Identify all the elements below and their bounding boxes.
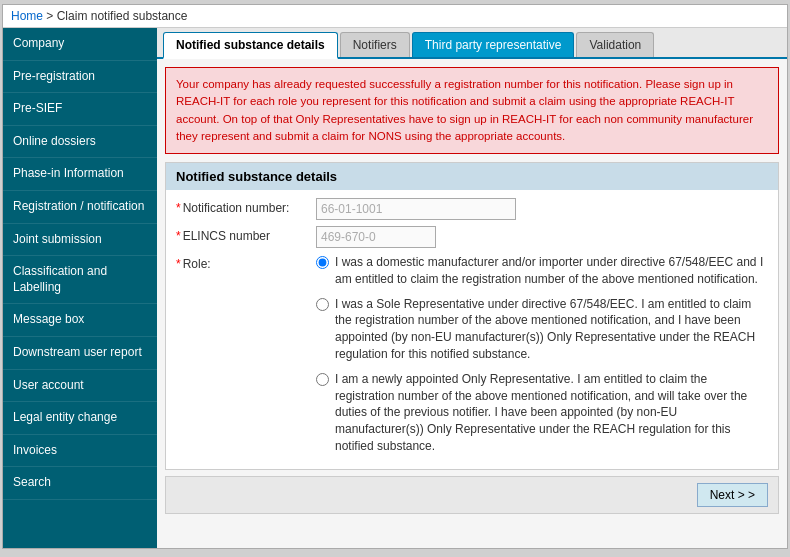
- tab-notifiers[interactable]: Notifiers: [340, 32, 410, 57]
- sidebar-item-downstream-user-report[interactable]: Downstream user report: [3, 337, 157, 370]
- sidebar-item-search[interactable]: Search: [3, 467, 157, 500]
- next-button[interactable]: Next > >: [697, 483, 768, 507]
- role-label: *Role:: [176, 254, 316, 271]
- sidebar-item-preregistration[interactable]: Pre-registration: [3, 61, 157, 94]
- role-radio-3[interactable]: [316, 373, 329, 386]
- role-row: *Role: I was a domestic manufacturer and…: [176, 254, 768, 455]
- sidebar-item-joint-submission[interactable]: Joint submission: [3, 224, 157, 257]
- footer-bar: Next > >: [165, 476, 779, 514]
- role-text-2: I was a Sole Representative under direct…: [335, 296, 768, 363]
- tab-third-party-representative[interactable]: Third party representative: [412, 32, 575, 57]
- role-text-1: I was a domestic manufacturer and/or imp…: [335, 254, 768, 288]
- role-option-3[interactable]: I am a newly appointed Only Representati…: [316, 371, 768, 455]
- notification-number-row: *Notification number:: [176, 198, 768, 220]
- sidebar-item-phase-in[interactable]: Phase-in Information: [3, 158, 157, 191]
- form-section-header: Notified substance details: [166, 163, 778, 190]
- notification-number-input[interactable]: [316, 198, 516, 220]
- role-option-2[interactable]: I was a Sole Representative under direct…: [316, 296, 768, 363]
- tab-notified-substance-details[interactable]: Notified substance details: [163, 32, 338, 59]
- role-option-1[interactable]: I was a domestic manufacturer and/or imp…: [316, 254, 768, 288]
- breadcrumb-home-link[interactable]: Home: [11, 9, 43, 23]
- content-area: Notified substance details Notifiers Thi…: [157, 28, 787, 548]
- required-star-role: *: [176, 257, 181, 271]
- elincs-number-row: *ELINCS number: [176, 226, 768, 248]
- elincs-number-label: *ELINCS number: [176, 226, 316, 243]
- breadcrumb-current: Claim notified substance: [57, 9, 188, 23]
- notification-number-label: *Notification number:: [176, 198, 316, 215]
- role-options: I was a domestic manufacturer and/or imp…: [316, 254, 768, 455]
- role-radio-1[interactable]: [316, 256, 329, 269]
- warning-text: Your company has already requested succe…: [176, 78, 753, 142]
- sidebar-item-classification[interactable]: Classification and Labelling: [3, 256, 157, 304]
- sidebar: Company Pre-registration Pre-SIEF Online…: [3, 28, 157, 548]
- role-radio-2[interactable]: [316, 298, 329, 311]
- form-body: *Notification number: *ELINCS number: [166, 190, 778, 469]
- sidebar-item-online-dossiers[interactable]: Online dossiers: [3, 126, 157, 159]
- role-text-3: I am a newly appointed Only Representati…: [335, 371, 768, 455]
- sidebar-item-legal-entity-change[interactable]: Legal entity change: [3, 402, 157, 435]
- sidebar-item-company[interactable]: Company: [3, 28, 157, 61]
- sidebar-item-user-account[interactable]: User account: [3, 370, 157, 403]
- notified-substance-form: Notified substance details *Notification…: [165, 162, 779, 470]
- sidebar-item-presief[interactable]: Pre-SIEF: [3, 93, 157, 126]
- sidebar-item-message-box[interactable]: Message box: [3, 304, 157, 337]
- content-scroll: Your company has already requested succe…: [157, 59, 787, 548]
- elincs-number-input[interactable]: [316, 226, 436, 248]
- required-star: *: [176, 201, 181, 215]
- tabs-bar: Notified substance details Notifiers Thi…: [157, 28, 787, 59]
- sidebar-item-registration[interactable]: Registration / notification: [3, 191, 157, 224]
- breadcrumb: Home > Claim notified substance: [3, 5, 787, 28]
- tab-validation[interactable]: Validation: [576, 32, 654, 57]
- required-star-elincs: *: [176, 229, 181, 243]
- sidebar-item-invoices[interactable]: Invoices: [3, 435, 157, 468]
- warning-box: Your company has already requested succe…: [165, 67, 779, 154]
